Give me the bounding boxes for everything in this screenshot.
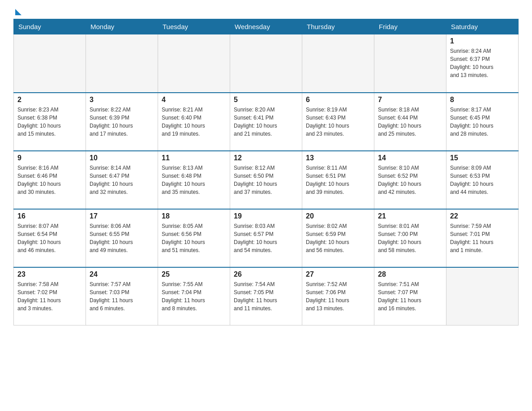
day-number: 22 (450, 212, 515, 220)
calendar-day-cell: 19Sunrise: 8:03 AM Sunset: 6:57 PM Dayli… (230, 209, 302, 267)
calendar-day-cell: 10Sunrise: 8:14 AM Sunset: 6:47 PM Dayli… (86, 151, 158, 209)
day-number: 3 (90, 96, 154, 104)
calendar-day-cell: 5Sunrise: 8:20 AM Sunset: 6:41 PM Daylig… (230, 93, 302, 151)
calendar-day-cell: 23Sunrise: 7:58 AM Sunset: 7:02 PM Dayli… (14, 267, 86, 325)
day-info: Sunrise: 8:21 AM Sunset: 6:40 PM Dayligh… (162, 106, 226, 138)
calendar-day-cell (230, 34, 302, 93)
day-info: Sunrise: 7:58 AM Sunset: 7:02 PM Dayligh… (17, 280, 82, 313)
day-info: Sunrise: 8:03 AM Sunset: 6:57 PM Dayligh… (234, 222, 298, 254)
day-info: Sunrise: 7:51 AM Sunset: 7:07 PM Dayligh… (378, 280, 442, 313)
day-info: Sunrise: 7:52 AM Sunset: 7:06 PM Dayligh… (306, 280, 370, 313)
day-info: Sunrise: 8:10 AM Sunset: 6:52 PM Dayligh… (378, 164, 442, 196)
calendar-day-cell (302, 34, 374, 93)
calendar-weekday-header: Wednesday (230, 19, 302, 34)
day-info: Sunrise: 8:19 AM Sunset: 6:43 PM Dayligh… (306, 106, 370, 138)
day-number: 28 (378, 270, 442, 278)
calendar-header-row: SundayMondayTuesdayWednesdayThursdayFrid… (14, 19, 519, 34)
calendar-day-cell: 4Sunrise: 8:21 AM Sunset: 6:40 PM Daylig… (158, 93, 230, 151)
day-number: 6 (306, 96, 370, 104)
calendar-week-row: 1Sunrise: 8:24 AM Sunset: 6:37 PM Daylig… (14, 34, 519, 93)
calendar-day-cell: 22Sunrise: 7:59 AM Sunset: 7:01 PM Dayli… (446, 209, 519, 267)
day-number: 2 (17, 96, 82, 104)
calendar-day-cell: 13Sunrise: 8:11 AM Sunset: 6:51 PM Dayli… (302, 151, 374, 209)
day-number: 5 (234, 96, 298, 104)
day-number: 15 (450, 154, 515, 162)
calendar-day-cell (86, 34, 158, 93)
day-info: Sunrise: 7:59 AM Sunset: 7:01 PM Dayligh… (450, 222, 515, 254)
day-info: Sunrise: 8:06 AM Sunset: 6:55 PM Dayligh… (90, 222, 154, 254)
day-number: 26 (234, 270, 298, 278)
calendar-day-cell: 3Sunrise: 8:22 AM Sunset: 6:39 PM Daylig… (86, 93, 158, 151)
page-header (13, 9, 519, 14)
day-number: 13 (306, 154, 370, 162)
day-info: Sunrise: 8:09 AM Sunset: 6:53 PM Dayligh… (450, 164, 515, 196)
day-info: Sunrise: 8:18 AM Sunset: 6:44 PM Dayligh… (378, 106, 442, 138)
day-info: Sunrise: 8:05 AM Sunset: 6:56 PM Dayligh… (162, 222, 226, 254)
calendar-day-cell: 18Sunrise: 8:05 AM Sunset: 6:56 PM Dayli… (158, 209, 230, 267)
day-info: Sunrise: 7:57 AM Sunset: 7:03 PM Dayligh… (90, 280, 154, 313)
day-info: Sunrise: 8:17 AM Sunset: 6:45 PM Dayligh… (450, 106, 515, 138)
day-number: 16 (17, 212, 82, 220)
calendar-day-cell: 15Sunrise: 8:09 AM Sunset: 6:53 PM Dayli… (446, 151, 519, 209)
calendar-day-cell: 1Sunrise: 8:24 AM Sunset: 6:37 PM Daylig… (446, 34, 519, 93)
calendar-day-cell: 24Sunrise: 7:57 AM Sunset: 7:03 PM Dayli… (86, 267, 158, 325)
calendar-day-cell: 9Sunrise: 8:16 AM Sunset: 6:46 PM Daylig… (14, 151, 86, 209)
calendar-week-row: 23Sunrise: 7:58 AM Sunset: 7:02 PM Dayli… (14, 267, 519, 325)
calendar-day-cell: 25Sunrise: 7:55 AM Sunset: 7:04 PM Dayli… (158, 267, 230, 325)
day-number: 25 (162, 270, 226, 278)
calendar-table: SundayMondayTuesdayWednesdayThursdayFrid… (13, 19, 519, 325)
day-info: Sunrise: 8:16 AM Sunset: 6:46 PM Dayligh… (17, 164, 82, 196)
day-info: Sunrise: 8:22 AM Sunset: 6:39 PM Dayligh… (90, 106, 154, 138)
day-info: Sunrise: 7:55 AM Sunset: 7:04 PM Dayligh… (162, 280, 226, 313)
day-number: 21 (378, 212, 442, 220)
day-number: 8 (450, 96, 515, 104)
day-info: Sunrise: 8:12 AM Sunset: 6:50 PM Dayligh… (234, 164, 298, 196)
calendar-weekday-header: Thursday (302, 19, 374, 34)
calendar-day-cell: 27Sunrise: 7:52 AM Sunset: 7:06 PM Dayli… (302, 267, 374, 325)
calendar-day-cell: 12Sunrise: 8:12 AM Sunset: 6:50 PM Dayli… (230, 151, 302, 209)
calendar-week-row: 16Sunrise: 8:07 AM Sunset: 6:54 PM Dayli… (14, 209, 519, 267)
calendar-weekday-header: Sunday (14, 19, 86, 34)
day-number: 11 (162, 154, 226, 162)
day-info: Sunrise: 8:02 AM Sunset: 6:59 PM Dayligh… (306, 222, 370, 254)
logo-general-text (13, 9, 21, 16)
day-info: Sunrise: 8:24 AM Sunset: 6:37 PM Dayligh… (450, 47, 515, 79)
calendar-day-cell: 28Sunrise: 7:51 AM Sunset: 7:07 PM Dayli… (374, 267, 446, 325)
calendar-day-cell: 14Sunrise: 8:10 AM Sunset: 6:52 PM Dayli… (374, 151, 446, 209)
day-info: Sunrise: 8:01 AM Sunset: 7:00 PM Dayligh… (378, 222, 442, 254)
logo-triangle-icon (15, 9, 21, 15)
calendar-weekday-header: Tuesday (158, 19, 230, 34)
day-number: 4 (162, 96, 226, 104)
day-number: 9 (17, 154, 82, 162)
calendar-day-cell: 16Sunrise: 8:07 AM Sunset: 6:54 PM Dayli… (14, 209, 86, 267)
day-info: Sunrise: 8:23 AM Sunset: 6:38 PM Dayligh… (17, 106, 82, 138)
day-number: 19 (234, 212, 298, 220)
calendar-day-cell: 2Sunrise: 8:23 AM Sunset: 6:38 PM Daylig… (14, 93, 86, 151)
calendar-day-cell: 6Sunrise: 8:19 AM Sunset: 6:43 PM Daylig… (302, 93, 374, 151)
logo (13, 9, 21, 14)
calendar-day-cell: 20Sunrise: 8:02 AM Sunset: 6:59 PM Dayli… (302, 209, 374, 267)
day-info: Sunrise: 8:13 AM Sunset: 6:48 PM Dayligh… (162, 164, 226, 196)
day-number: 20 (306, 212, 370, 220)
calendar-week-row: 9Sunrise: 8:16 AM Sunset: 6:46 PM Daylig… (14, 151, 519, 209)
calendar-day-cell: 17Sunrise: 8:06 AM Sunset: 6:55 PM Dayli… (86, 209, 158, 267)
calendar-weekday-header: Saturday (446, 19, 519, 34)
calendar-day-cell (446, 267, 519, 325)
day-info: Sunrise: 8:07 AM Sunset: 6:54 PM Dayligh… (17, 222, 82, 254)
day-number: 7 (378, 96, 442, 104)
day-number: 1 (450, 37, 515, 45)
calendar-day-cell (374, 34, 446, 93)
day-info: Sunrise: 8:20 AM Sunset: 6:41 PM Dayligh… (234, 106, 298, 138)
day-number: 17 (90, 212, 154, 220)
day-number: 23 (17, 270, 82, 278)
calendar-day-cell: 21Sunrise: 8:01 AM Sunset: 7:00 PM Dayli… (374, 209, 446, 267)
day-number: 12 (234, 154, 298, 162)
calendar-day-cell (14, 34, 86, 93)
day-number: 18 (162, 212, 226, 220)
calendar-day-cell (158, 34, 230, 93)
calendar-day-cell: 26Sunrise: 7:54 AM Sunset: 7:05 PM Dayli… (230, 267, 302, 325)
day-number: 10 (90, 154, 154, 162)
day-info: Sunrise: 7:54 AM Sunset: 7:05 PM Dayligh… (234, 280, 298, 313)
calendar-day-cell: 8Sunrise: 8:17 AM Sunset: 6:45 PM Daylig… (446, 93, 519, 151)
day-number: 14 (378, 154, 442, 162)
